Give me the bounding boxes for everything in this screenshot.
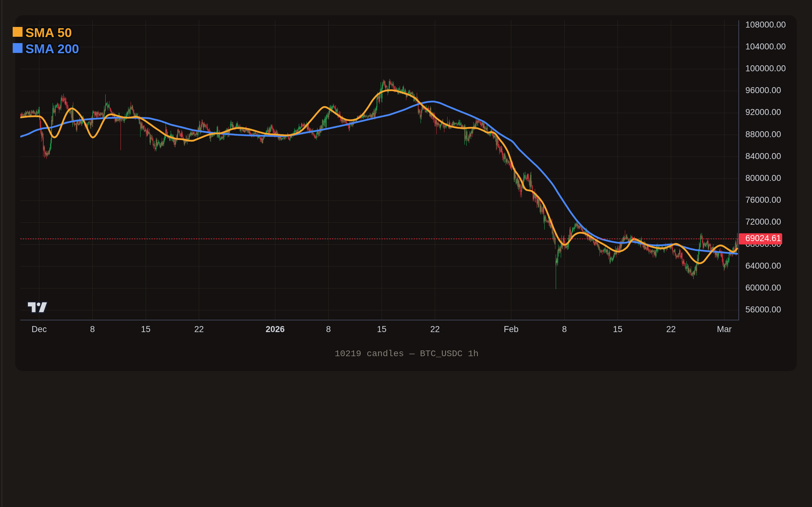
svg-text:84000.00: 84000.00	[745, 152, 781, 161]
svg-text:80000.00: 80000.00	[745, 173, 781, 183]
svg-text:SMA 50: SMA 50	[26, 25, 72, 40]
svg-text:108000.00: 108000.00	[745, 20, 786, 30]
svg-text:92000.00: 92000.00	[745, 107, 781, 117]
svg-text:100000.00: 100000.00	[745, 64, 786, 73]
svg-text:Dec: Dec	[32, 325, 47, 334]
svg-text:76000.00: 76000.00	[745, 195, 781, 205]
svg-text:Feb: Feb	[504, 325, 519, 334]
svg-text:22: 22	[430, 325, 440, 334]
svg-text:69024.61: 69024.61	[745, 233, 781, 243]
svg-text:60000.00: 60000.00	[745, 283, 781, 292]
svg-text:15: 15	[141, 325, 150, 334]
svg-text:22: 22	[194, 325, 204, 334]
svg-text:56000.00: 56000.00	[745, 305, 781, 314]
svg-text:10219 candles — BTC_USDC 1h: 10219 candles — BTC_USDC 1h	[335, 349, 478, 359]
svg-text:88000.00: 88000.00	[745, 130, 781, 139]
svg-text:72000.00: 72000.00	[745, 217, 781, 227]
svg-text:96000.00: 96000.00	[745, 86, 781, 95]
svg-text:2026: 2026	[265, 325, 285, 334]
svg-text:15: 15	[613, 325, 622, 334]
svg-text:8: 8	[562, 325, 567, 334]
svg-text:8: 8	[90, 325, 95, 334]
svg-text:22: 22	[666, 325, 676, 334]
svg-text:SMA 200: SMA 200	[26, 42, 79, 56]
svg-text:Mar: Mar	[717, 325, 732, 334]
svg-text:104000.00: 104000.00	[745, 42, 786, 51]
svg-text:8: 8	[326, 325, 331, 334]
svg-text:64000.00: 64000.00	[745, 261, 781, 271]
svg-text:15: 15	[377, 325, 386, 334]
